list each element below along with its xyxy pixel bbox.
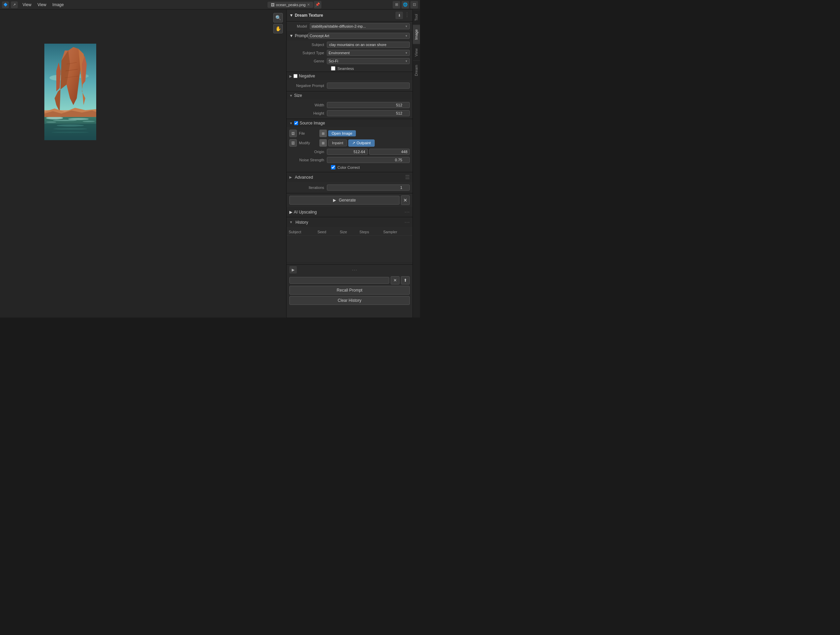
genre-select[interactable]: Sci-Fi <box>327 58 410 64</box>
noise-strength-control <box>327 157 410 163</box>
subject-type-select[interactable]: Environment <box>327 50 410 56</box>
history-table: Subject Seed Size Steps Sampler <box>287 228 412 263</box>
topbar-icon-1[interactable]: ⊞ <box>393 1 400 8</box>
outpaint-btn[interactable]: ↗ Outpaint <box>348 139 375 147</box>
model-select-wrapper: stabilityai/stable-diffusion-2-inp... <box>310 23 410 29</box>
source-image-body: 🖼 File ⊞ Open Image 🖼 Modify ⊞ <box>287 127 412 172</box>
history-section-header[interactable]: ▼ History ⋯ <box>287 217 412 227</box>
history-play-btn[interactable]: ▶ <box>289 266 297 274</box>
subject-type-label: Subject Type <box>289 51 327 55</box>
iterations-input[interactable] <box>327 184 410 191</box>
modify-icon-btn[interactable]: 🖼 <box>289 139 297 147</box>
clear-history-btn[interactable]: Clear History <box>289 296 410 305</box>
inpaint-btn[interactable]: Inpaint <box>328 139 347 146</box>
source-image-header[interactable]: ▼ Source Image <box>287 119 412 127</box>
file-grid-btn[interactable]: ⊞ <box>319 129 327 137</box>
history-body: Subject Seed Size Steps Sampler <box>287 227 412 264</box>
width-row: Width <box>287 101 412 109</box>
cursor-icon[interactable]: ↗ <box>11 2 18 8</box>
origin-x-input[interactable] <box>327 149 368 155</box>
file-row: 🖼 File ⊞ Open Image <box>287 129 412 138</box>
ai-upscaling-dots[interactable]: ⋯ <box>404 209 410 215</box>
prompt-style-select[interactable]: Concept Art <box>308 33 410 39</box>
history-close-btn[interactable]: ✕ <box>391 276 399 284</box>
menu-view2-btn[interactable]: View <box>35 2 49 8</box>
origin-control <box>327 149 410 155</box>
negative-prompt-input[interactable] <box>327 82 410 89</box>
svg-marker-26 <box>44 110 96 117</box>
cancel-btn[interactable]: ✕ <box>401 195 410 205</box>
advanced-menu-dots[interactable]: ☰ <box>405 174 410 180</box>
color-correct-checkbox[interactable] <box>331 165 335 170</box>
modify-row: 🖼 Modify ⊞ Inpaint ↗ Outpaint <box>287 138 412 148</box>
modify-grid-btn[interactable]: ⊞ <box>319 139 327 147</box>
noise-strength-row: Noise Strength <box>287 156 412 164</box>
svg-point-25 <box>52 132 89 133</box>
prompt-header: ▼ Prompt Concept Art <box>287 31 412 41</box>
panel-title-text: Dream Texture <box>295 13 323 18</box>
pin-icon[interactable]: 📌 <box>314 1 321 8</box>
tab-close-icon[interactable]: ✕ <box>307 3 310 6</box>
width-label: Width <box>289 103 327 107</box>
side-tabs: Tool Image View Dream <box>412 9 420 317</box>
ai-upscaling-arrow-icon: ▶ <box>289 210 292 214</box>
panel-menu-dots[interactable]: ⋮ <box>404 12 410 19</box>
history-controls-dots[interactable]: ⋯ <box>299 267 410 273</box>
search-row: ✕ ⬆ <box>289 276 410 284</box>
open-image-btn[interactable]: Open Image <box>328 130 356 136</box>
play-icon: ▶ <box>333 198 336 203</box>
negative-arrow-icon: ▶ <box>289 74 292 78</box>
generate-btn[interactable]: ▶ Generate <box>289 196 399 205</box>
tab-ocean-peaks[interactable]: 🖼 ocean_peaks.png ✕ <box>267 2 313 8</box>
top-bar-right: ⊞ 🌐 ⊡ <box>393 1 418 8</box>
history-search-input[interactable] <box>289 277 389 284</box>
width-input[interactable] <box>327 102 410 108</box>
recall-prompt-btn[interactable]: Recall Prompt <box>289 286 410 295</box>
history-title: History <box>295 220 308 225</box>
advanced-section-header[interactable]: ▶ Advanced ☰ <box>287 172 412 182</box>
viewport-area: 🔍 ✋ <box>0 9 286 317</box>
prompt-style-wrapper: Concept Art <box>308 33 410 39</box>
height-input[interactable] <box>327 110 410 116</box>
blender-icon[interactable]: 🔷 <box>2 2 9 8</box>
ai-upscaling-header[interactable]: ▶ AI Upscaling ⋯ <box>287 207 412 217</box>
hand-tool-btn[interactable]: ✋ <box>273 24 283 33</box>
top-bar: 🔷 ↗ View View Image 🖼 ocean_peaks.png ✕ … <box>0 0 420 9</box>
topbar-icon-2[interactable]: 🌐 <box>401 1 409 8</box>
height-control <box>327 110 410 116</box>
negative-prompt-control <box>327 82 410 89</box>
size-section-header[interactable]: ▼ Size <box>287 91 412 99</box>
topbar-icon-3[interactable]: ⊡ <box>411 1 418 8</box>
top-bar-left: 🔷 ↗ View View Image <box>2 2 196 8</box>
menu-view-btn[interactable]: View <box>20 2 34 8</box>
source-image-title: Source Image <box>300 121 325 126</box>
history-dots[interactable]: ⋯ <box>404 219 410 225</box>
origin-y-input[interactable] <box>369 149 410 155</box>
negative-checkbox[interactable] <box>294 74 297 78</box>
noise-strength-input[interactable] <box>327 157 410 163</box>
model-label: Model <box>289 24 310 28</box>
magnify-tool-btn[interactable]: 🔍 <box>273 13 283 22</box>
advanced-section: ▶ Advanced ☰ Iterations <box>287 172 412 193</box>
seamless-checkbox[interactable] <box>331 66 335 71</box>
origin-label: Origin <box>289 150 327 154</box>
dream-tab[interactable]: Dream <box>413 60 420 80</box>
model-select[interactable]: stabilityai/stable-diffusion-2-inp... <box>310 23 410 29</box>
viewport-toolbar: 🔍 ✋ <box>273 13 283 33</box>
menu-image-btn[interactable]: Image <box>50 2 66 8</box>
source-arrow-icon: ▼ <box>289 121 293 125</box>
tool-tab[interactable]: Tool <box>413 9 420 25</box>
subject-input[interactable] <box>327 42 410 48</box>
negative-section-header[interactable]: ▶ Negative <box>287 72 412 80</box>
source-image-checkbox[interactable] <box>294 121 298 125</box>
origin-row: Origin <box>287 148 412 156</box>
view-tab[interactable]: View <box>413 44 420 61</box>
tab-area: 🖼 ocean_peaks.png ✕ 📌 <box>197 1 392 8</box>
image-tab[interactable]: Image <box>413 25 420 44</box>
advanced-title: Advanced <box>295 175 313 180</box>
svg-point-24 <box>53 128 87 129</box>
history-upload-btn[interactable]: ⬆ <box>401 276 410 284</box>
subject-type-row: Subject Type Environment <box>287 49 412 57</box>
download-icon-btn[interactable]: ⬇ <box>395 12 403 19</box>
file-icon-btn[interactable]: 🖼 <box>289 129 297 137</box>
